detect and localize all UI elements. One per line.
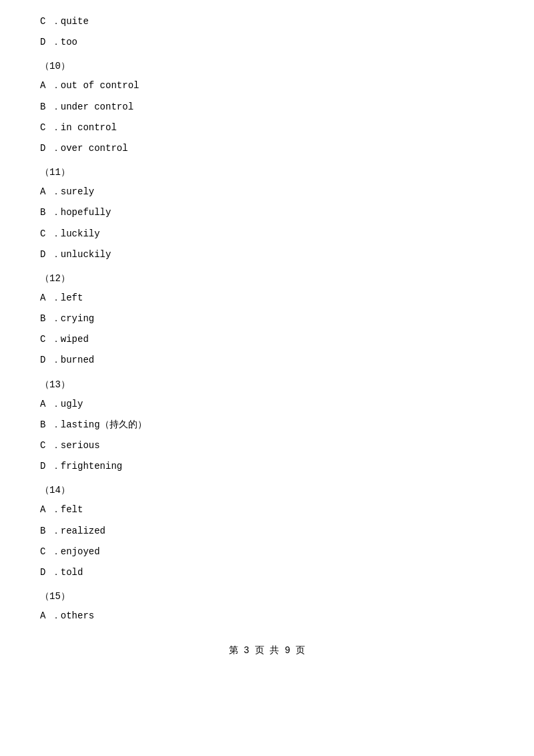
option-label: C ．	[40, 228, 61, 239]
option-text: crying	[61, 313, 94, 324]
option-label: C ．	[40, 122, 61, 133]
option-text: wiped	[61, 334, 89, 345]
option-b-crying: B ．crying	[40, 311, 494, 327]
option-label: B ．	[40, 313, 61, 324]
option-d-unluckily: D ．unluckily	[40, 246, 494, 263]
option-d-told: D ．told	[40, 564, 494, 581]
option-d-frightening: D ．frightening	[40, 458, 494, 475]
option-text: lasting（持久的）	[61, 419, 147, 430]
page-content: C ．quite D ．too （10） A ．out of control B…	[40, 13, 494, 656]
option-text: quite	[61, 16, 89, 27]
option-d-burned: D ．burned	[40, 352, 494, 369]
option-label: C ．	[40, 440, 61, 451]
option-a-out-of-control: A ．out of control	[40, 77, 494, 94]
option-label: D ．	[40, 249, 61, 260]
option-text: left	[61, 293, 83, 303]
option-text: in control	[61, 122, 117, 133]
option-b-hopefully: B ．hopefully	[40, 204, 494, 221]
option-label: C ．	[40, 546, 61, 557]
option-a-left: A ．left	[40, 290, 494, 307]
option-c-in-control: C ．in control	[40, 120, 494, 136]
option-a-surely: A ．surely	[40, 184, 494, 200]
option-d-too: D ．too	[40, 34, 494, 51]
option-text: over control	[61, 143, 128, 154]
option-c-enjoyed: C ．enjoyed	[40, 544, 494, 560]
footer-text: 第 3 页 共 9 页	[229, 645, 306, 656]
option-label: D ．	[40, 355, 61, 365]
option-text: serious	[61, 440, 100, 451]
option-c-wiped: C ．wiped	[40, 331, 494, 348]
option-a-felt: A ．felt	[40, 502, 494, 518]
option-text: others	[61, 610, 94, 621]
option-label: D ．	[40, 461, 61, 471]
option-label: A ．	[40, 610, 61, 621]
option-c-quite: C ．quite	[40, 13, 494, 30]
option-b-under-control: B ．under control	[40, 99, 494, 116]
option-text: realized	[61, 526, 105, 536]
option-text: ugly	[61, 399, 83, 409]
option-text: surely	[61, 186, 94, 197]
option-text: out of control	[61, 80, 140, 91]
option-b-realized: B ．realized	[40, 523, 494, 540]
option-text: too	[61, 37, 77, 47]
option-label: D ．	[40, 567, 61, 578]
option-d-over-control: D ．over control	[40, 140, 494, 157]
option-label: A ．	[40, 399, 61, 409]
option-label: D ．	[40, 37, 61, 47]
option-label: C ．	[40, 16, 61, 27]
question-number-10: （10）	[40, 60, 494, 72]
option-text: hopefully	[61, 207, 111, 218]
option-label: C ．	[40, 334, 61, 345]
option-c-serious: C ．serious	[40, 437, 494, 454]
option-text: burned	[61, 355, 94, 365]
option-text: felt	[61, 504, 83, 515]
option-label: A ．	[40, 504, 61, 515]
page-footer: 第 3 页 共 9 页	[40, 644, 494, 656]
option-text: enjoyed	[61, 546, 100, 557]
question-number-11: （11）	[40, 166, 494, 178]
option-text: told	[61, 567, 83, 578]
question-number-15: （15）	[40, 590, 494, 602]
option-text: unluckily	[61, 249, 111, 260]
option-label: B ．	[40, 419, 61, 430]
option-a-ugly: A ．ugly	[40, 396, 494, 413]
option-label: A ．	[40, 80, 61, 91]
option-label: B ．	[40, 102, 61, 112]
option-label: A ．	[40, 186, 61, 197]
option-text: luckily	[61, 228, 100, 239]
question-number-12: （12）	[40, 272, 494, 285]
option-label: B ．	[40, 207, 61, 218]
option-label: A ．	[40, 293, 61, 303]
option-a-others: A ．others	[40, 608, 494, 624]
option-label: D ．	[40, 143, 61, 154]
question-number-14: （14）	[40, 484, 494, 496]
question-number-13: （13）	[40, 379, 494, 391]
option-text: under control	[61, 102, 134, 112]
option-text: frightening	[61, 461, 122, 471]
option-b-lasting: B ．lasting（持久的）	[40, 417, 494, 433]
option-c-luckily: C ．luckily	[40, 226, 494, 242]
option-label: B ．	[40, 526, 61, 536]
